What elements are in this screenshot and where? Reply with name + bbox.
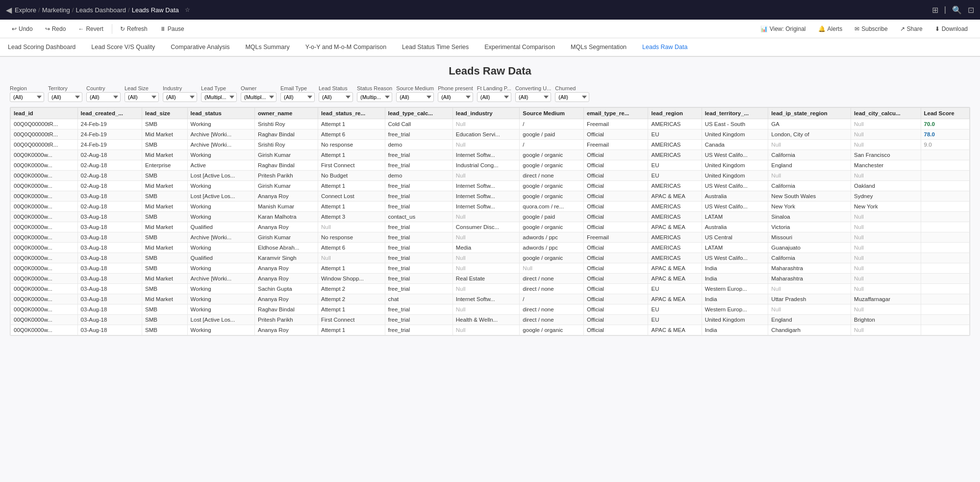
col-header-3[interactable]: lead_status (187, 108, 254, 119)
table-row[interactable]: 00Q0K0000w...03-Aug-18Mid MarketWorkingA… (11, 294, 970, 304)
table-row[interactable]: 00Q0K0000w...03-Aug-18Mid MarketQualifie… (11, 222, 970, 232)
tab-leads-raw-data[interactable]: Leads Raw Data (634, 38, 695, 57)
table-row[interactable]: 00Q0K0000w...03-Aug-18SMBQualifiedKaramv… (11, 253, 970, 263)
table-row[interactable]: 00Q0K0000w...02-Aug-18SMBLost [Active Lo… (11, 171, 970, 181)
tab-experimental-comparison[interactable]: Experimental Comparison (477, 38, 563, 57)
undo-button[interactable]: ↩ Undo (6, 20, 39, 38)
pause-button[interactable]: ⏸ Pause (154, 20, 191, 38)
table-cell-7-7: Internet Softw... (452, 191, 520, 202)
tab-lead-score-vs-quality[interactable]: Lead Score V/S Quality (83, 38, 163, 57)
share-button[interactable]: ↗ Share (894, 20, 929, 38)
tab-comparative-analysis[interactable]: Comparative Analysis (163, 38, 237, 57)
col-header-10[interactable]: lead_region (648, 108, 702, 119)
filter-select-3[interactable]: (All) (125, 92, 159, 102)
filter-select-13[interactable]: (All) (515, 92, 551, 102)
breadcrumb-explore[interactable]: Explore (15, 6, 36, 14)
refresh-button[interactable]: ↻ Refresh (114, 20, 154, 38)
col-header-6[interactable]: lead_type_calc... (385, 108, 452, 119)
table-row[interactable]: 00Q0K0000w...03-Aug-18SMBWorkingKaran Ma… (11, 212, 970, 222)
grid-icon[interactable]: ⊞ (932, 5, 938, 15)
table-cell-11-14 (921, 232, 969, 243)
alerts-button[interactable]: 🔔 Alerts (812, 20, 849, 38)
col-header-1[interactable]: lead_created_... (77, 108, 142, 119)
table-cell-6-1: 02-Aug-18 (77, 181, 142, 191)
filter-select-7[interactable]: (All) (280, 92, 315, 102)
toolbar-sep-1 (112, 24, 112, 34)
filter-select-8[interactable]: (All) (319, 92, 353, 102)
col-header-8[interactable]: Source Medium (520, 108, 584, 119)
table-row[interactable]: 00Q0K0000w...03-Aug-18SMBArchive [Worki.… (11, 232, 970, 243)
table-cell-8-6: free_trial (385, 202, 452, 212)
filter-select-10[interactable]: (All) (396, 92, 434, 102)
view-original-button[interactable]: 📊 View: Original (754, 20, 812, 38)
table-cell-4-13: Manchester (851, 160, 921, 171)
col-header-0[interactable]: lead_id (11, 108, 78, 119)
star-icon[interactable]: ☆ (185, 6, 190, 13)
filter-select-2[interactable]: (All) (86, 92, 121, 102)
redo-button[interactable]: ↪ Redo (39, 20, 73, 38)
filter-select-4[interactable]: (All) (163, 92, 197, 102)
breadcrumb-leads-dashboard[interactable]: Leads Dashboard (75, 6, 126, 14)
col-header-9[interactable]: email_type_re... (583, 108, 648, 119)
table-row[interactable]: 00Q0Q00000tR...24-Feb-19Mid MarketArchiv… (11, 129, 970, 140)
col-header-13[interactable]: lead_city_calcu... (851, 108, 921, 119)
table-cell-1-12: London, City of (768, 129, 851, 140)
filter-select-5[interactable]: (Multipl... (201, 92, 237, 102)
table-cell-13-5: Null (318, 253, 385, 263)
table-cell-17-13: Muzaffarnagar (851, 294, 921, 304)
table-cell-14-5: Attempt 1 (318, 263, 385, 274)
table-cell-1-1: 24-Feb-19 (77, 129, 142, 140)
filter-label-8: Lead Status (319, 85, 353, 91)
filter-select-6[interactable]: (Multipl... (241, 92, 276, 102)
table-row[interactable]: 00Q0K0000w...02-Aug-18Mid MarketWorkingG… (11, 181, 970, 191)
download-button[interactable]: ⬇ Download (929, 20, 974, 38)
search-icon[interactable]: 🔍 (952, 5, 962, 15)
col-header-11[interactable]: lead_territory_... (702, 108, 768, 119)
table-row[interactable]: 00Q0Q00000tR...24-Feb-19SMBArchive [Work… (11, 140, 970, 150)
col-header-2[interactable]: lead_size (142, 108, 188, 119)
filter-select-14[interactable]: (All) (555, 92, 589, 102)
table-row[interactable]: 00Q0K0000w...02-Aug-18Mid MarketWorkingG… (11, 150, 970, 160)
breadcrumb-marketing[interactable]: Marketing (42, 6, 70, 14)
table-cell-10-5: Null (318, 222, 385, 232)
table-cell-19-1: 03-Aug-18 (77, 315, 142, 325)
download-icon: ⬇ (935, 25, 940, 32)
table-row[interactable]: 00Q0K0000w...03-Aug-18Mid MarketWorkingE… (11, 243, 970, 253)
col-header-7[interactable]: lead_industry (452, 108, 520, 119)
table-row[interactable]: 00Q0K0000w...03-Aug-18SMBWorkingSachin G… (11, 284, 970, 294)
filter-select-9[interactable]: (Multip... (357, 92, 392, 102)
tab-lead-status-time-series[interactable]: Lead Status Time Series (394, 38, 477, 57)
table-cell-13-2: SMB (142, 253, 188, 263)
revert-button[interactable]: ← Revert (72, 20, 109, 38)
table-row[interactable]: 00Q0K0000w...03-Aug-18SMBWorkingAnanya R… (11, 263, 970, 274)
col-header-4[interactable]: owner_name (255, 108, 318, 119)
table-cell-8-13: New York (851, 202, 921, 212)
back-button[interactable]: ◀ (6, 5, 12, 15)
table-row[interactable]: 00Q0K0000w...02-Aug-18EnterpriseActiveRa… (11, 160, 970, 171)
table-row[interactable]: 00Q0K0000w...03-Aug-18SMBWorkingAnanya R… (11, 325, 970, 335)
tab-lead-scoring-dashboard[interactable]: Lead Scoring Dashboard (0, 38, 83, 57)
table-row[interactable]: 00Q0K0000w...03-Aug-18SMBLost [Active Lo… (11, 191, 970, 202)
filter-select-12[interactable]: (All) (477, 92, 511, 102)
table-cell-17-0: 00Q0K0000w... (11, 294, 78, 304)
col-header-5[interactable]: lead_status_re... (318, 108, 385, 119)
table-cell-15-9: Official (583, 274, 648, 284)
tab-y-o-y-and-m-o-m-comparison[interactable]: Y-o-Y and M-o-M Comparison (298, 38, 394, 57)
filter-select-1[interactable]: (All) (48, 92, 82, 102)
table-row[interactable]: 00Q0K0000w...03-Aug-18SMBWorkingRaghav B… (11, 304, 970, 315)
table-cell-17-7: Internet Softw... (452, 294, 520, 304)
tab-mqls-segmentation[interactable]: MQLs Segmentation (563, 38, 634, 57)
tab-mqls-summary[interactable]: MQLs Summary (237, 38, 297, 57)
table-row[interactable]: 00Q0K0000w...03-Aug-18Mid MarketArchive … (11, 274, 970, 284)
table-row[interactable]: 00Q0K0000w...02-Aug-18Mid MarketWorkingM… (11, 202, 970, 212)
filter-select-0[interactable]: (All) (10, 92, 44, 102)
subscribe-button[interactable]: ✉ Subscribe (849, 20, 894, 38)
table-row[interactable]: 00Q0K0000w...03-Aug-18SMBLost [Active Lo… (11, 315, 970, 325)
col-header-12[interactable]: lead_ip_state_region (768, 108, 851, 119)
table-cell-18-11: Western Europ... (702, 304, 768, 315)
filter-select-11[interactable]: (All) (438, 92, 473, 102)
col-header-14[interactable]: Lead Score (921, 108, 969, 119)
table-cell-17-10: APAC & MEA (648, 294, 702, 304)
fullscreen-icon[interactable]: ⊡ (968, 5, 974, 15)
table-row[interactable]: 00Q0Q00000tR...24-Feb-19SMBWorkingSrisht… (11, 119, 970, 129)
